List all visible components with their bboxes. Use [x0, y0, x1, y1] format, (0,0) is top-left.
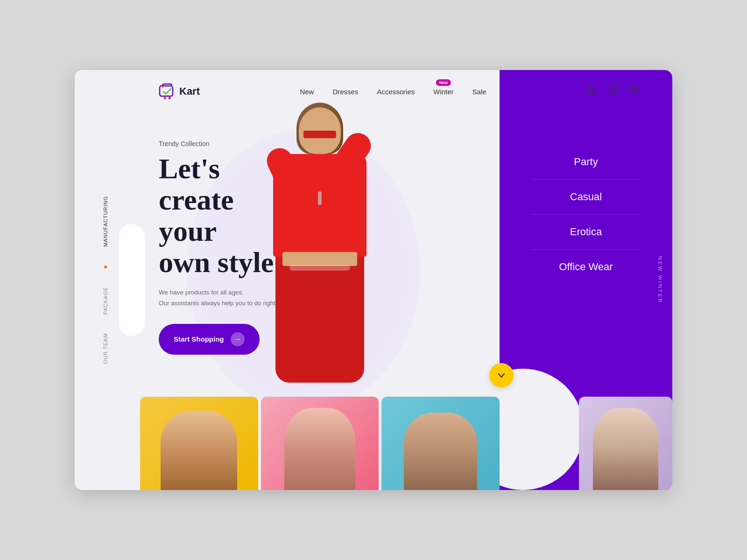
scroll-down-button[interactable]: [489, 363, 514, 387]
svg-point-4: [171, 86, 173, 88]
svg-point-7: [634, 93, 635, 95]
logo[interactable]: Kart: [159, 83, 200, 100]
chevron-down-icon: [496, 370, 507, 380]
purple-menu-casual[interactable]: Casual: [518, 184, 654, 210]
divider-3: [532, 249, 640, 250]
thumb-3[interactable]: [381, 397, 500, 490]
purple-menu-erotica[interactable]: Erotica: [518, 219, 654, 245]
svg-rect-0: [160, 86, 173, 96]
thumbnails: [140, 397, 500, 490]
logo-text: Kart: [179, 85, 200, 98]
nav-item-sale[interactable]: Sale: [472, 88, 486, 96]
nav-item-dresses[interactable]: Dresses: [332, 88, 358, 96]
svg-point-8: [637, 93, 638, 95]
svg-point-2: [169, 97, 171, 99]
purple-menu-office-wear[interactable]: Office Wear: [518, 254, 654, 280]
logo-cart-icon: [159, 83, 176, 100]
svg-point-3: [162, 86, 163, 88]
model-body: [254, 98, 385, 425]
svg-line-6: [593, 92, 596, 95]
svg-point-1: [164, 97, 166, 99]
screen-wrapper: Kart New Dresses Accessories New Winter …: [75, 70, 672, 490]
model-pants: [275, 252, 364, 383]
side-nav: Manufacturing Package Our Team: [103, 196, 108, 364]
nav-item-winter[interactable]: New Winter: [433, 88, 453, 96]
purple-menu-party[interactable]: Party: [518, 149, 654, 175]
thumb-4[interactable]: [579, 397, 672, 490]
thumb-2[interactable]: [261, 397, 379, 490]
divider-2: [532, 214, 640, 215]
purple-menu: Party Casual Erotica Office Wear: [500, 149, 672, 280]
new-badge: New: [436, 79, 451, 86]
nav-item-new[interactable]: New: [300, 88, 314, 96]
side-nav-manufacturing[interactable]: Manufacturing: [103, 196, 108, 247]
wishlist-icon[interactable]: [608, 85, 618, 98]
search-icon[interactable]: [586, 85, 597, 98]
model-figure: [222, 98, 418, 448]
nav-item-accessories[interactable]: Accessories: [377, 88, 415, 96]
thumb-1[interactable]: [140, 397, 258, 490]
divider-1: [532, 179, 640, 180]
header-icons: [586, 85, 650, 98]
cart-icon[interactable]: [629, 85, 641, 98]
new-winter-text: New Winter: [657, 256, 663, 304]
side-nav-package[interactable]: Package: [103, 287, 108, 315]
header: Kart New Dresses Accessories New Winter …: [75, 70, 672, 113]
main-nav: New Dresses Accessories New Winter Sale: [300, 88, 486, 96]
side-nav-our-team[interactable]: Our Team: [103, 333, 108, 364]
side-nav-dot: [104, 266, 107, 268]
